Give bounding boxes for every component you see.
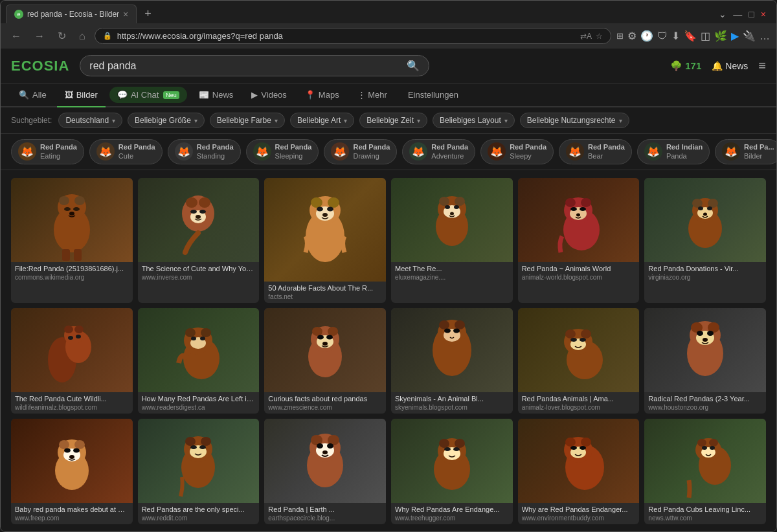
category-bear-line1: Red Panda: [588, 142, 625, 151]
image-card-1[interactable]: File:Red Panda (25193861686).j... common…: [11, 178, 133, 303]
category-bilder-line2: Bilder: [744, 151, 774, 161]
search-box[interactable]: 🔍: [80, 55, 429, 76]
svg-point-52: [74, 326, 84, 333]
settings-icon[interactable]: ⚙: [627, 30, 636, 42]
reload-button[interactable]: ↻: [54, 27, 70, 45]
category-adventure[interactable]: 🦊 Red Panda Adventure: [402, 139, 475, 164]
tab-alle[interactable]: 🔍 Alle: [11, 83, 54, 107]
category-indian-text: Red Indian Panda: [666, 142, 703, 161]
home-button[interactable]: ⌂: [75, 28, 89, 45]
category-eating[interactable]: 🦊 Red Panda Eating: [11, 139, 84, 164]
image-card-16[interactable]: Why Red Pandas Are Endange... www.treehu…: [391, 419, 513, 524]
back-button[interactable]: ←: [7, 28, 25, 45]
image-card-4[interactable]: Meet The Re... eluxemagazine....: [391, 178, 513, 303]
category-indian-panda[interactable]: 🦊 Red Indian Panda: [637, 139, 710, 164]
search-submit-icon[interactable]: 🔍: [407, 60, 420, 72]
hamburger-menu-button[interactable]: ≡: [758, 58, 766, 73]
ecosia-logo[interactable]: ECOSIA: [11, 58, 69, 74]
win-maximize-icon[interactable]: □: [749, 9, 754, 19]
category-drawing[interactable]: 🦊 Red Panda Drawing: [324, 139, 397, 164]
tab-news[interactable]: 📰 News: [191, 83, 242, 107]
image-card-18[interactable]: Red Panda Cubs Leaving Linc... news.wttw…: [644, 419, 766, 524]
filter-art[interactable]: Beliebige Art ▾: [290, 113, 354, 128]
filter-zeit[interactable]: Beliebige Zeit ▾: [359, 113, 427, 128]
image-card-7[interactable]: The Red Panda Cute Wildli... wildlifeani…: [11, 308, 133, 414]
tab-aichat[interactable]: 💬 AI Chat Neu: [109, 87, 187, 103]
bookmark2-icon[interactable]: 🔖: [684, 30, 697, 42]
address-bar[interactable]: 🔒 https://www.ecosia.org/images?q=red pa…: [95, 28, 611, 44]
bookmark-icon[interactable]: ☆: [596, 32, 603, 41]
tab-bilder[interactable]: 🖼 Bilder: [57, 83, 106, 107]
svg-point-37: [570, 207, 577, 211]
category-sleeping[interactable]: 🦊 Red Panda Sleeping: [246, 139, 319, 164]
filter-farbe[interactable]: Beliebige Farbe ▾: [210, 113, 285, 128]
new-tab-button[interactable]: +: [139, 5, 157, 23]
category-sleepy-thumb: 🦊: [488, 142, 506, 161]
image-card-14[interactable]: Red Pandas are the only speci... www.red…: [138, 419, 260, 524]
category-eating-line2: Eating: [40, 151, 77, 161]
category-bear[interactable]: 🦊 Red Panda Bear: [559, 139, 632, 164]
clock-icon[interactable]: 🕐: [640, 30, 653, 42]
image-card-17[interactable]: Why are Red Pandas Endanger... www.envir…: [518, 419, 640, 524]
svg-point-5: [73, 207, 80, 211]
image-card-15[interactable]: Red Panda | Earth ... earthspacecircle.b…: [264, 419, 386, 524]
download-icon[interactable]: ⬇: [671, 30, 680, 42]
category-standing[interactable]: 🦊 Red Panda Standing: [168, 139, 241, 164]
active-tab[interactable]: e red panda - Ecosia - Bilder ×: [6, 5, 137, 23]
translate-icon[interactable]: ⇄A: [580, 32, 592, 41]
image-card-8[interactable]: How Many Red Pandas Are Left in t... www…: [138, 308, 260, 414]
image-1-caption: File:Red Panda (25193861686).j... common…: [11, 262, 133, 283]
category-cute-line2: Cute: [118, 151, 155, 161]
category-sleepy[interactable]: 🦊 Red Panda Sleepy: [480, 139, 554, 164]
svg-point-95: [74, 440, 85, 449]
image-5-title: Red Panda ~ Animals World: [522, 265, 636, 272]
ecosia-ext-icon[interactable]: 🌿: [714, 30, 727, 42]
bilder-label: Bilder: [76, 90, 98, 100]
image-3-thumb: [264, 178, 386, 282]
videos-icon: ▶: [251, 90, 258, 100]
tab-einstellungen[interactable]: Einstellungen: [400, 83, 466, 107]
svg-point-27: [455, 197, 465, 206]
svg-point-38: [580, 207, 586, 211]
tab-mehr[interactable]: ⋮ Mehr: [350, 83, 395, 107]
shield-icon[interactable]: 🛡: [657, 30, 668, 42]
image-card-9[interactable]: Curious facts about red pandas www.zmesc…: [264, 308, 386, 414]
image-card-5[interactable]: Red Panda ~ Animals World animalz-world.…: [518, 178, 640, 303]
image-card-3[interactable]: 50 Adorable Facts About The R... facts.n…: [264, 178, 386, 303]
forward-button[interactable]: →: [30, 28, 49, 45]
tab-videos[interactable]: ▶ Videos: [243, 83, 295, 107]
filter-layout[interactable]: Beliebiges Layout ▾: [433, 113, 515, 128]
svg-point-73: [455, 320, 465, 329]
category-indian-line1: Red Indian: [666, 142, 703, 151]
ext-icon[interactable]: 🔌: [743, 30, 756, 42]
image-13-caption: Baby red panda makes debut at Det... www…: [11, 503, 133, 524]
image-card-6[interactable]: Red Panda Donations - Vir... virginiazoo…: [644, 178, 766, 303]
image-card-10[interactable]: Skyenimals - An Animal Bl... skyenimals.…: [391, 308, 513, 414]
filter-groesse[interactable]: Beliebige Größe ▾: [128, 113, 205, 128]
tab-close-button[interactable]: ×: [123, 9, 128, 19]
win-close-icon[interactable]: ×: [761, 9, 766, 19]
category-bilder[interactable]: 🦊 Red Pa... Bilder: [715, 139, 776, 164]
search-input[interactable]: [89, 60, 401, 72]
image-card-12[interactable]: Radical Red Pandas (2-3 Year... www.hous…: [644, 308, 766, 414]
overflow-icon[interactable]: …: [760, 30, 770, 42]
svg-point-124: [565, 438, 576, 447]
sidebar-icon[interactable]: ◫: [701, 30, 710, 42]
win-minimize-icon[interactable]: —: [733, 9, 742, 19]
nav-tabs: 🔍 Alle 🖼 Bilder 💬 AI Chat Neu 📰 News ▶ V…: [1, 83, 776, 107]
svg-point-11: [199, 197, 210, 208]
pwa-icon[interactable]: ▶: [731, 30, 739, 42]
image-card-11[interactable]: Red Pandas Animals | Ama... animalz-love…: [518, 308, 640, 414]
category-cute[interactable]: 🦊 Red Panda Cute: [89, 139, 163, 164]
image-card-2[interactable]: The Science of Cute and Why You Want to …: [138, 178, 260, 303]
news-button[interactable]: 🔔 News: [712, 61, 748, 71]
tab-scroll-icon[interactable]: ⌄: [719, 9, 726, 19]
tab-maps[interactable]: 📍 Maps: [297, 83, 347, 107]
image-12-thumb: [644, 308, 766, 392]
grid-icon[interactable]: ⊞: [616, 31, 624, 41]
filter-deutschland[interactable]: Deutschland ▾: [58, 113, 122, 128]
image-card-13[interactable]: Baby red panda makes debut at Det... www…: [11, 419, 133, 524]
category-cute-thumb: 🦊: [96, 142, 115, 161]
suchgebiet-label: Suchgebiet:: [11, 116, 52, 125]
filter-nutzungsrechte[interactable]: Beliebige Nutzungsrechte ▾: [520, 113, 629, 128]
